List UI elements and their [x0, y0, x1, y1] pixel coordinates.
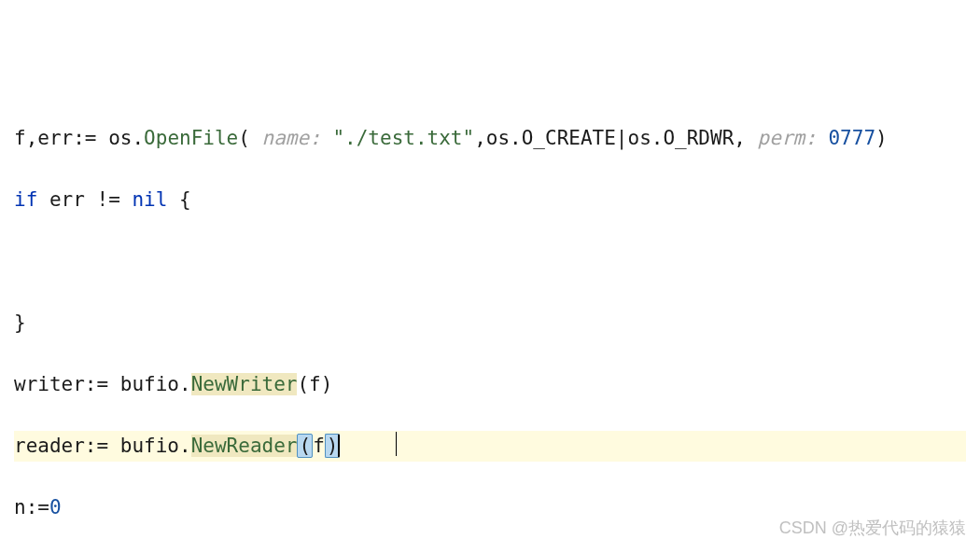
code-line-4[interactable]: }: [14, 308, 966, 339]
paren-open-match: (: [297, 434, 313, 458]
code-line-3[interactable]: [14, 246, 966, 277]
code-line-2[interactable]: if err != nil {: [14, 185, 966, 215]
code-line-6-active[interactable]: reader:= bufio.NewReader(f): [14, 431, 966, 462]
code-line-1[interactable]: f,err:= os.OpenFile( name: "./test.txt",…: [14, 123, 966, 154]
paren-close-match: ): [325, 434, 341, 458]
code-line-5[interactable]: writer:= bufio.NewWriter(f): [14, 369, 966, 400]
text-cursor: [396, 432, 397, 456]
watermark-text: CSDN @热爱代码的猿猿: [779, 513, 966, 544]
